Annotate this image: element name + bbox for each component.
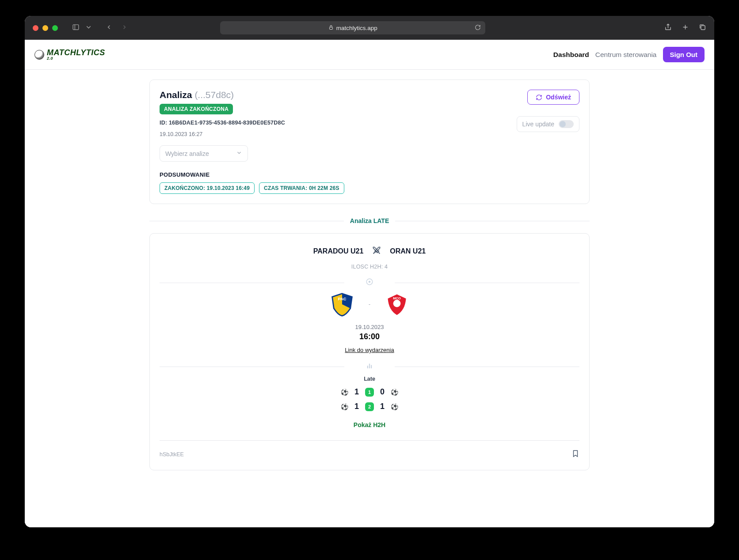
svg-rect-12 bbox=[367, 366, 368, 368]
home-crest: PAC bbox=[330, 292, 354, 317]
half-badge-2: 2 bbox=[365, 402, 374, 411]
toggle-switch[interactable] bbox=[559, 120, 574, 128]
half1-home: 1 bbox=[354, 387, 359, 397]
app-logo[interactable]: MATCHLYTICS 2.0 bbox=[34, 49, 105, 61]
app-header: MATCHLYTICS 2.0 Dashboard Centrum sterow… bbox=[25, 40, 714, 70]
divider-ball-icon bbox=[160, 278, 579, 288]
divider-chart-icon bbox=[160, 362, 579, 371]
away-team: ORAN U21 bbox=[390, 247, 426, 255]
chip-finished: ZAKOŃCZONO: 19.10.2023 16:49 bbox=[160, 182, 255, 194]
chip-duration: CZAS TRWANIA: 0H 22M 26S bbox=[259, 182, 344, 194]
show-h2h-link[interactable]: Pokaż H2H bbox=[354, 421, 385, 428]
traffic-lights bbox=[33, 25, 58, 31]
logo-text: MATCHLYTICS bbox=[47, 49, 105, 57]
refresh-label: Odśwież bbox=[546, 94, 571, 101]
live-update-toggle[interactable]: Live update bbox=[517, 116, 579, 132]
score-row-half1: ⚽ 1 1 0 ⚽ bbox=[160, 387, 579, 397]
browser-titlebar: matchlytics.app bbox=[25, 16, 714, 40]
analysis-card: Analiza (...57d8c) ANALIZA ZAKOŃCZONA ID… bbox=[149, 79, 590, 204]
svg-rect-13 bbox=[369, 364, 370, 369]
status-badge: ANALIZA ZAKOŃCZONA bbox=[160, 104, 233, 114]
chevron-down-icon bbox=[236, 150, 242, 157]
url-text: matchlytics.app bbox=[336, 25, 377, 31]
nav-dashboard[interactable]: Dashboard bbox=[553, 51, 589, 59]
svg-rect-0 bbox=[73, 24, 79, 29]
section-label: Analiza LATE bbox=[344, 217, 395, 224]
event-link[interactable]: Link do wydarzenia bbox=[345, 347, 394, 353]
svg-point-8 bbox=[369, 281, 371, 283]
summary-heading: PODSUMOWANIE bbox=[160, 171, 579, 178]
half2-home: 1 bbox=[354, 402, 359, 411]
select-placeholder: Wybierz analize bbox=[165, 150, 209, 157]
nav-centrum[interactable]: Centrum sterowania bbox=[595, 51, 657, 59]
ball-icon: ⚽ bbox=[341, 389, 348, 396]
match-footer-id: hSbJtkEE bbox=[160, 451, 184, 458]
away-crest: MCO bbox=[385, 292, 409, 317]
svg-rect-6 bbox=[701, 25, 705, 29]
nav-forward-button[interactable] bbox=[121, 24, 128, 32]
svg-rect-2 bbox=[329, 27, 332, 29]
versus-icon bbox=[372, 246, 381, 257]
title-main: Analiza bbox=[160, 90, 192, 100]
lock-icon bbox=[328, 25, 334, 31]
live-update-label: Live update bbox=[522, 121, 554, 128]
home-team: PARADOU U21 bbox=[313, 247, 364, 255]
late-label: Late bbox=[160, 376, 579, 382]
created-timestamp: 19.10.2023 16:27 bbox=[160, 131, 285, 137]
analysis-select[interactable]: Wybierz analize bbox=[160, 145, 248, 162]
refresh-icon bbox=[536, 94, 542, 101]
ball-icon: ⚽ bbox=[341, 403, 348, 410]
score-row-half2: ⚽ 1 2 1 ⚽ bbox=[160, 402, 579, 411]
bookmark-icon[interactable] bbox=[571, 449, 579, 460]
page-title: Analiza (...57d8c) bbox=[160, 90, 285, 100]
share-icon[interactable] bbox=[664, 23, 672, 33]
ball-icon: ⚽ bbox=[391, 403, 398, 410]
chevron-down-icon[interactable] bbox=[85, 23, 92, 33]
logo-subtext: 2.0 bbox=[47, 57, 105, 61]
ball-icon: ⚽ bbox=[391, 389, 398, 396]
minimize-window-button[interactable] bbox=[42, 25, 48, 31]
svg-text:MCO: MCO bbox=[393, 296, 401, 300]
refresh-button[interactable]: Odśwież bbox=[527, 90, 579, 105]
soccer-ball-icon bbox=[34, 50, 44, 60]
title-suffix: (...57d8c) bbox=[194, 90, 234, 100]
score-separator: - bbox=[369, 301, 370, 307]
maximize-window-button[interactable] bbox=[52, 25, 58, 31]
new-tab-icon[interactable] bbox=[682, 23, 689, 33]
signout-button[interactable]: Sign Out bbox=[663, 47, 705, 62]
match-card: PARADOU U21 ORAN U21 ILOSC H2H: 4 bbox=[149, 233, 590, 470]
svg-text:PAC: PAC bbox=[338, 297, 346, 301]
h2h-count: ILOSC H2H: 4 bbox=[160, 264, 579, 270]
half-badge-1: 1 bbox=[365, 388, 374, 397]
match-time: 16:00 bbox=[160, 332, 579, 341]
half2-away: 1 bbox=[380, 402, 385, 411]
tabs-icon[interactable] bbox=[699, 23, 706, 33]
section-divider: Analiza LATE bbox=[149, 217, 590, 224]
half1-away: 0 bbox=[380, 387, 385, 397]
reload-icon[interactable] bbox=[475, 24, 481, 32]
svg-point-10 bbox=[393, 300, 401, 307]
match-date: 19.10.2023 bbox=[160, 324, 579, 330]
svg-rect-14 bbox=[371, 365, 372, 369]
analysis-id: ID: 16B6DAE1-9735-4536-8894-839DE0E57D8C bbox=[160, 120, 285, 126]
sidebar-toggle-icon[interactable] bbox=[72, 23, 80, 33]
nav-back-button[interactable] bbox=[106, 24, 112, 32]
close-window-button[interactable] bbox=[33, 25, 38, 31]
url-bar[interactable]: matchlytics.app bbox=[220, 21, 485, 34]
